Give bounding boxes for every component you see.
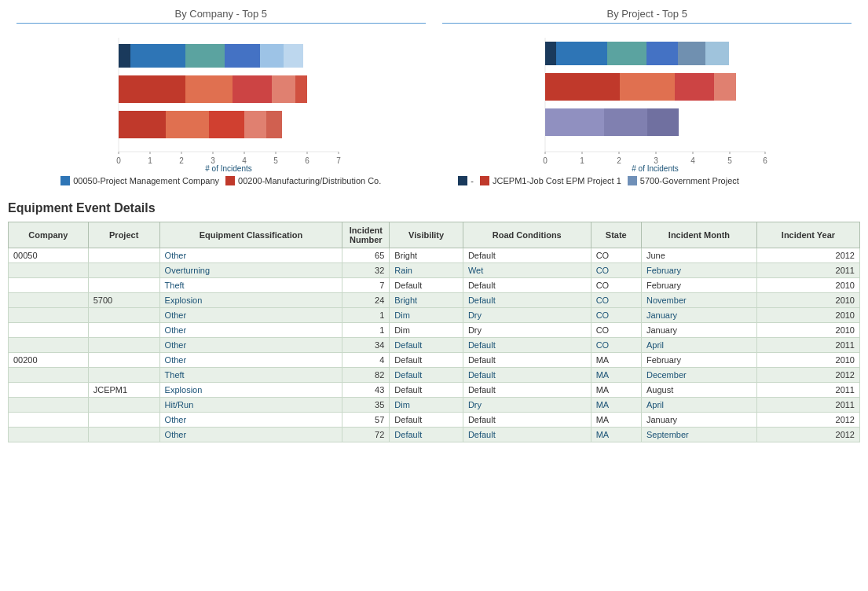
table-cell [9,413,89,428]
col-header-project: Project [88,222,159,248]
table-cell [88,428,159,442]
svg-text:6: 6 [763,156,767,165]
table-cell: 57 [342,413,390,428]
legend-color-00200 [225,176,235,185]
legend-color-dash [458,176,467,185]
svg-text:2: 2 [617,156,621,165]
table-cell: Default [463,293,591,308]
svg-rect-29 [295,75,307,103]
table-cell: 2010 [756,323,859,338]
table-cell: 2012 [756,428,859,442]
svg-rect-25 [119,75,185,103]
table-cell: April [641,338,756,353]
table-cell: Theft [159,368,342,383]
table-cell: 7 [342,278,390,293]
svg-text:0: 0 [543,156,548,165]
svg-text:5: 5 [727,156,732,165]
svg-rect-62 [545,108,604,136]
table-cell: April [641,398,756,413]
table-cell: Overturning [159,263,342,278]
table-cell: Default [390,353,463,368]
table-cell [9,368,89,383]
legend-color-00050 [60,176,70,185]
table-cell: 00200 [9,353,89,368]
table-cell: 24 [342,293,390,308]
table-cell [88,398,159,413]
table-cell: 32 [342,263,390,278]
svg-rect-31 [166,111,209,138]
table-cell: Default [390,383,463,398]
table-cell: 2010 [756,293,859,308]
svg-rect-61 [714,73,736,101]
table-cell: 82 [342,368,390,383]
table-cell: February [641,263,756,278]
svg-rect-19 [119,44,130,68]
svg-text:0: 0 [116,156,121,165]
table-cell [88,323,159,338]
table-cell: 2010 [756,308,859,323]
legend-item-dash: - [458,176,474,185]
legend-label-jcepm1: JCEPM1-Job Cost EPM Project 1 [493,176,621,185]
table-cell: Rain [390,263,463,278]
svg-text:5: 5 [273,156,278,165]
svg-rect-21 [185,44,225,68]
legend-color-5700 [628,176,637,185]
table-cell: CO [591,338,641,353]
svg-rect-30 [119,111,166,138]
table-cell: MA [591,413,641,428]
left-chart: By Company - Top 5 0 1 2 3 4 [16,8,426,185]
table-cell: 00050 [9,248,89,263]
table-cell: Default [463,428,591,442]
table-cell: January [641,308,756,323]
svg-rect-55 [646,42,678,65]
table-cell: September [641,428,756,442]
table-cell [88,248,159,263]
table-cell [88,368,159,383]
svg-rect-53 [556,42,607,65]
legend-label-5700: 5700-Government Project [640,176,739,185]
legend-label-00200: 00200-Manufacturing/Distribution Co. [238,176,381,185]
table-cell: Hit/Run [159,398,342,413]
table-cell: Other [159,338,342,353]
table-cell: CO [591,278,641,293]
section-title: Equipment Event Details [8,201,860,215]
table-cell: January [641,413,756,428]
table-cell: Default [390,278,463,293]
table-cell: MA [591,398,641,413]
table-cell: Dry [463,323,591,338]
table-cell: Dim [390,323,463,338]
table-cell: Default [390,413,463,428]
table-cell: August [641,383,756,398]
table-cell: Default [390,368,463,383]
table-cell: MA [591,368,641,383]
table-cell: 35 [342,398,390,413]
table-cell: CO [591,323,641,338]
svg-text:# of Incidents: # of Incidents [632,164,678,171]
table-cell [9,383,89,398]
svg-rect-52 [545,42,556,65]
svg-text:1: 1 [580,156,584,165]
col-header-state: State [591,222,641,248]
svg-rect-23 [260,44,284,68]
table-cell [9,293,89,308]
table-cell: 1 [342,308,390,323]
table-cell: 2011 [756,263,859,278]
svg-rect-20 [130,44,185,68]
table-cell: December [641,368,756,383]
table-cell [88,338,159,353]
table-cell: CO [591,308,641,323]
table-cell: JCEPM1 [88,383,159,398]
table-cell: 2010 [756,353,859,368]
table-cell [9,323,89,338]
table-cell [9,398,89,413]
table-cell: Other [159,353,342,368]
table-cell: 2011 [756,338,859,353]
svg-text:# of Incidents: # of Incidents [205,164,251,171]
table-cell: Bright [390,248,463,263]
svg-text:1: 1 [148,156,152,165]
charts-row: By Company - Top 5 0 1 2 3 4 [8,8,860,185]
table-cell: CO [591,263,641,278]
table-cell: Default [463,248,591,263]
svg-rect-57 [705,42,729,65]
svg-rect-54 [607,42,646,65]
